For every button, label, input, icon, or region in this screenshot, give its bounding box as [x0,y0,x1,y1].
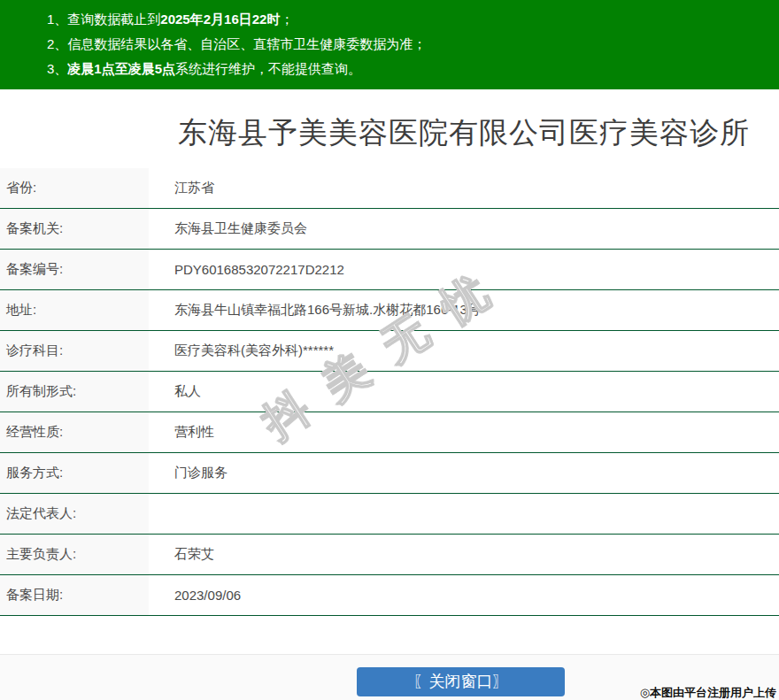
field-label: 诊疗科目: [0,331,149,371]
info-row-service-mode: 服务方式: 门诊服务 [0,453,779,494]
field-label: 服务方式: [0,453,149,493]
field-value: 东海县牛山镇幸福北路166号新城.水榭花都166-13号 [149,290,779,330]
notice-banner: 1、查询数据截止到2025年2月16日22时； 2、信息数据结果以各省、自治区、… [0,0,779,89]
field-label: 备案日期: [0,575,149,615]
field-value: 营利性 [149,412,779,452]
notice-line-3: 3、凌晨1点至凌晨5点系统进行维护，不能提供查询。 [47,57,779,81]
field-value [149,494,779,534]
info-table: 省份: 江苏省 备案机关: 东海县卫生健康委员会 备案编号: PDY601685… [0,168,779,616]
info-row-principal: 主要负责人: 石荣艾 [0,535,779,575]
info-row-record-authority: 备案机关: 东海县卫生健康委员会 [0,209,779,250]
field-value: 江苏省 [149,168,779,208]
field-label: 地址: [0,290,149,330]
field-value: 私人 [149,372,779,412]
notice-line-3-tail: 系统进行维护，不能提供查询。 [175,61,361,76]
field-label: 省份: [0,168,149,208]
info-row-operation-nature: 经营性质: 营利性 [0,412,779,453]
close-window-button[interactable]: 〖关闭窗口〗 [357,667,565,696]
notice-line-2-text: 2、信息数据结果以各省、自治区、直辖市卫生健康委数据为准； [47,36,426,51]
info-row-legal-representative: 法定代表人: [0,494,779,535]
info-row-address: 地址: 东海县牛山镇幸福北路166号新城.水榭花都166-13号 [0,290,779,331]
info-row-treatment-subjects: 诊疗科目: 医疗美容科(美容外科)****** [0,331,779,372]
info-row-record-number: 备案编号: PDY60168532072217D2212 [0,250,779,290]
field-value: 2023/09/06 [149,575,779,615]
field-value: 石荣艾 [149,535,779,574]
notice-line-3-bold: 凌晨1点至凌晨5点 [67,61,175,76]
notice-line-1-tail: ； [280,12,293,27]
notice-line-3-text: 3、 [47,61,67,76]
notice-line-1-text: 1、查询数据截止到 [47,12,160,27]
notice-line-1-bold: 2025年2月16日22时 [160,12,280,27]
field-label: 主要负责人: [0,535,149,574]
info-row-ownership-type: 所有制形式: 私人 [0,372,779,412]
info-row-province: 省份: 江苏省 [0,168,779,209]
field-value: 门诊服务 [149,453,779,493]
upload-credit: ◎本图由平台注册用户上传 [640,685,776,700]
field-value: 医疗美容科(美容外科)****** [149,331,779,371]
field-label: 备案机关: [0,209,149,249]
info-row-record-date: 备案日期: 2023/09/06 [0,575,779,616]
field-label: 法定代表人: [0,494,149,534]
notice-line-2: 2、信息数据结果以各省、自治区、直辖市卫生健康委数据为准； [47,32,779,57]
field-value: PDY60168532072217D2212 [149,250,779,289]
notice-line-1: 1、查询数据截止到2025年2月16日22时； [47,7,779,32]
page-title: 东海县予美美容医院有限公司医疗美容诊所 [0,112,779,153]
field-label: 所有制形式: [0,372,149,412]
field-value: 东海县卫生健康委员会 [149,209,779,249]
field-label: 备案编号: [0,250,149,289]
field-label: 经营性质: [0,412,149,452]
